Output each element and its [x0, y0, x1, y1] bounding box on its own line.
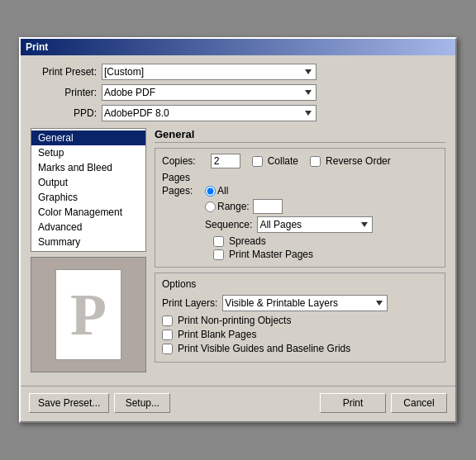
print-preset-dropdown[interactable]: [Custom]: [102, 64, 317, 80]
print-blank-label: Print Blank Pages: [178, 329, 256, 340]
nav-item-advanced[interactable]: Advanced: [31, 220, 145, 235]
print-master-label: Print Master Pages: [229, 249, 313, 260]
preview-box: P: [31, 257, 146, 372]
print-preset-row: Print Preset: [Custom]: [31, 64, 445, 80]
range-input[interactable]: [253, 199, 283, 214]
ppd-row: PPD: AdobePDF 8.0: [31, 105, 445, 121]
nav-item-summary[interactable]: Summary: [31, 235, 145, 249]
pages-section: Pages Pages: All Range:: [162, 172, 438, 260]
print-guides-row: Print Visible Guides and Baseline Grids: [162, 343, 438, 354]
setup-button[interactable]: Setup...: [114, 393, 170, 413]
print-preset-label: Print Preset:: [31, 66, 97, 78]
print-non-printing-checkbox[interactable]: [162, 315, 173, 326]
print-button[interactable]: Print: [320, 393, 386, 413]
options-section: Options Print Layers: Visible & Printabl…: [155, 273, 445, 363]
collate-checkbox[interactable]: [252, 156, 263, 167]
print-layers-row: Print Layers: Visible & Printable Layers…: [162, 295, 438, 311]
print-guides-label: Print Visible Guides and Baseline Grids: [178, 343, 350, 354]
dialog-footer: Save Preset... Setup... Print Cancel: [21, 386, 455, 421]
copies-group: Copies: Collate Reverse Order P: [155, 148, 445, 268]
collate-label: Collate: [268, 155, 298, 167]
print-master-row: Print Master Pages: [213, 249, 438, 260]
left-panel: General Setup Marks and Bleed Output Gra…: [31, 128, 146, 372]
preview-inner: P: [55, 269, 121, 360]
print-non-printing-label: Print Non-printing Objects: [178, 315, 291, 326]
reverse-order-checkbox[interactable]: [310, 156, 321, 167]
preview-letter: P: [70, 285, 107, 344]
option-checkboxes: Print Non-printing Objects Print Blank P…: [162, 315, 438, 354]
title-bar: Print: [21, 39, 455, 55]
footer-left: Save Preset... Setup...: [29, 393, 170, 413]
print-blank-checkbox[interactable]: [162, 330, 173, 340]
reverse-order-row: Reverse Order: [310, 155, 391, 167]
all-radio[interactable]: [205, 186, 216, 197]
save-preset-button[interactable]: Save Preset...: [29, 393, 109, 413]
sequence-row: Sequence: All Pages Even Pages Odd Pages: [205, 216, 438, 233]
dialog-title: Print: [26, 41, 48, 53]
nav-item-output[interactable]: Output: [31, 175, 145, 190]
printer-row: Printer: Adobe PDF: [31, 84, 445, 101]
nav-item-marks-bleed[interactable]: Marks and Bleed: [31, 160, 145, 175]
nav-item-color-management[interactable]: Color Management: [31, 205, 145, 220]
spreads-checkbox[interactable]: [213, 236, 224, 247]
general-section-title: General: [155, 128, 445, 143]
nav-item-general[interactable]: General: [31, 130, 145, 145]
right-panel: General Copies: Collate Reverse Order: [155, 128, 445, 372]
pages-label: Pages:: [162, 185, 205, 197]
collate-row: Collate: [252, 155, 298, 167]
ppd-dropdown[interactable]: AdobePDF 8.0: [102, 105, 317, 121]
range-label: Range:: [217, 201, 250, 212]
printer-label: Printer:: [31, 87, 97, 98]
print-guides-checkbox[interactable]: [162, 344, 173, 354]
footer-right: Print Cancel: [320, 393, 447, 413]
all-pages-row: Pages: All: [162, 185, 438, 197]
print-blank-row: Print Blank Pages: [162, 329, 438, 340]
print-master-checkbox[interactable]: [213, 249, 224, 260]
spreads-rows: Spreads Print Master Pages: [213, 235, 438, 260]
print-non-printing-row: Print Non-printing Objects: [162, 315, 438, 326]
nav-item-graphics[interactable]: Graphics: [31, 190, 145, 205]
spreads-label: Spreads: [229, 235, 266, 247]
options-title: Options: [162, 278, 438, 290]
copies-row: Copies: Collate Reverse Order: [162, 154, 438, 168]
copies-label: Copies:: [162, 155, 196, 167]
printer-dropdown[interactable]: Adobe PDF: [102, 84, 317, 101]
reverse-order-label: Reverse Order: [326, 155, 391, 167]
nav-item-setup[interactable]: Setup: [31, 145, 145, 160]
cancel-button[interactable]: Cancel: [391, 393, 447, 413]
print-layers-label: Print Layers:: [162, 297, 217, 309]
print-dialog: Print Print Preset: [Custom] Printer: Ad…: [19, 37, 457, 423]
spreads-row: Spreads: [213, 235, 438, 247]
print-layers-dropdown[interactable]: Visible & Printable Layers Visible Layer…: [222, 295, 388, 311]
ppd-label: PPD:: [31, 107, 97, 119]
sequence-label: Sequence:: [205, 219, 252, 230]
all-label: All: [217, 185, 228, 197]
range-radio[interactable]: [205, 202, 216, 212]
range-row: Range:: [162, 199, 438, 214]
copies-input[interactable]: [211, 154, 240, 168]
sequence-dropdown[interactable]: All Pages Even Pages Odd Pages: [257, 216, 373, 233]
pages-group-label: Pages: [162, 172, 438, 183]
nav-list: General Setup Marks and Bleed Output Gra…: [31, 128, 146, 252]
